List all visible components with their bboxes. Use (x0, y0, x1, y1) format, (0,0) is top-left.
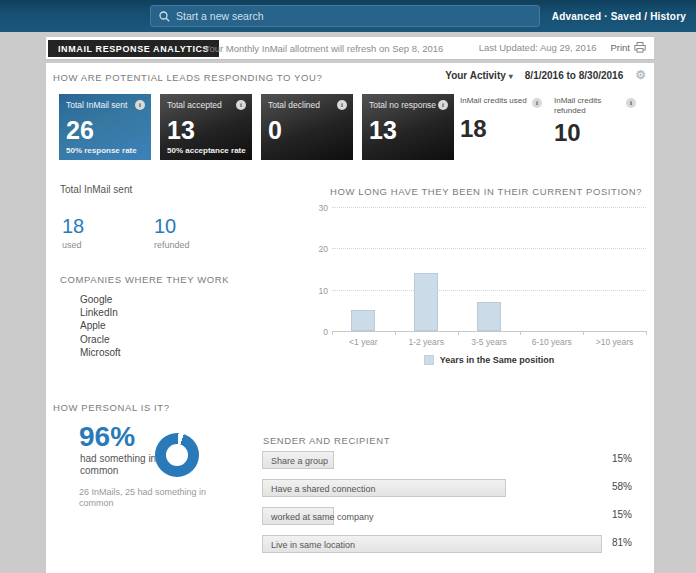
search-input[interactable]: Start a new search (150, 5, 540, 27)
printer-icon (634, 42, 646, 53)
legend-label: Years in the Same position (440, 355, 555, 365)
total-sent-heading: Total InMail sent (60, 184, 132, 195)
personal-heading: HOW PERSONAL IS IT? (53, 402, 170, 413)
sender-recipient-row: Share a group15% (262, 451, 646, 469)
credits-used-block: InMail credits used 18 (460, 96, 532, 143)
your-activity-dropdown[interactable]: Your Activity▾ (445, 70, 513, 81)
allotment-note: Your Monthly InMail allotment will refre… (204, 43, 443, 54)
your-activity-label: Your Activity (445, 70, 506, 81)
info-icon[interactable]: i (236, 100, 246, 110)
info-icon[interactable]: i (438, 100, 448, 110)
card-total-inmail-sent: Total InMail sent i 26 50% response rate (59, 94, 151, 160)
nav-links-advanced-saved-history[interactable]: Advanced · Saved / History (552, 0, 686, 32)
x-axis-tick (395, 331, 396, 335)
chart-gridline (332, 248, 646, 249)
credits-used-value: 18 (460, 115, 532, 143)
main-panel: HOW ARE POTENTIAL LEADS RESPONDING TO YO… (46, 63, 654, 573)
card-value: 13 (167, 116, 195, 145)
sender-recipient-bar-label: Have a shared connection (271, 484, 376, 494)
y-axis-tick-label: 30 (310, 203, 328, 213)
search-icon (159, 11, 170, 22)
header-bar: INMAIL RESPONSE ANALYTICS Your Monthly I… (46, 37, 654, 60)
credits-refunded-value: 10 (554, 119, 608, 147)
card-value: 26 (66, 116, 94, 145)
sender-recipient-bar-label: worked at same company (271, 512, 374, 522)
company-list-item: Google (80, 293, 121, 306)
card-value: 13 (369, 116, 397, 145)
date-range-control[interactable]: 8/1/2016 to 8/30/2016 (525, 70, 623, 81)
x-axis-tick-label: 3-5 years (459, 337, 519, 347)
x-axis-tick (646, 331, 647, 335)
credits-used-label: InMail credits used (460, 96, 532, 106)
sender-recipient-percent: 15% (612, 453, 632, 464)
company-list-item: Microsoft (80, 346, 121, 359)
companies-list: GoogleLinkedInAppleOracleMicrosoft (80, 293, 121, 359)
card-label: Total InMail sent (66, 100, 127, 110)
total-sent-refunded: 10 refunded (154, 215, 190, 250)
chart-baseline (332, 331, 646, 332)
x-axis-tick (583, 331, 584, 335)
credits-refunded-label: InMail credits refunded (554, 96, 608, 115)
chart-bar (477, 302, 501, 331)
sender-recipient-row: Live in same location81% (262, 535, 646, 553)
search-placeholder: Start a new search (176, 10, 264, 22)
card-label: Total no response (369, 100, 436, 110)
position-chart: 3020100<1 year1-2 years3-5 years6-10 yea… (310, 195, 646, 375)
sender-recipient-bar-label: Share a group (271, 456, 328, 466)
chart-gridline (332, 207, 646, 208)
y-axis-tick-label: 10 (310, 286, 328, 296)
personal-donut-chart (155, 433, 199, 477)
personal-percent: 96% (79, 421, 135, 453)
card-label: Total declined (268, 100, 320, 110)
company-list-item: Oracle (80, 333, 121, 346)
y-axis-tick-label: 0 (310, 327, 328, 337)
chevron-down-icon: ▾ (509, 72, 513, 81)
card-sublabel: 50% acceptance rate (167, 146, 246, 155)
sender-recipient-bar: worked at same company (262, 507, 334, 525)
used-label: used (62, 240, 84, 250)
info-icon[interactable]: i (337, 100, 347, 110)
y-axis-tick-label: 20 (310, 244, 328, 254)
sender-recipient-bar: Have a shared connection (262, 479, 506, 497)
sender-recipient-percent: 15% (612, 509, 632, 520)
sender-recipient-bar-label: Live in same location (271, 540, 355, 550)
sender-recipient-row: worked at same company15% (262, 507, 646, 525)
top-navbar: Start a new search Advanced · Saved / Hi… (0, 0, 696, 32)
sender-recipient-percent: 81% (612, 537, 632, 548)
page-title-badge: INMAIL RESPONSE ANALYTICS (48, 40, 219, 57)
used-value: 18 (62, 215, 84, 238)
card-total-declined: Total declined i 0 (261, 94, 353, 160)
x-axis-tick (520, 331, 521, 335)
refunded-value: 10 (154, 215, 190, 238)
x-axis-tick-label: >10 years (585, 337, 645, 347)
last-updated-text: Last Updated: Aug 29, 2016 (479, 42, 597, 53)
card-total-accepted: Total accepted i 13 50% acceptance rate (160, 94, 252, 160)
sender-recipient-bar: Live in same location (262, 535, 602, 553)
total-sent-used: 18 used (62, 215, 84, 250)
gear-icon[interactable]: ⚙ (635, 69, 646, 81)
chart-legend: Years in the Same position (332, 355, 646, 365)
print-button[interactable]: Print (610, 42, 646, 53)
x-axis-tick-label: 1-2 years (396, 337, 456, 347)
x-axis-tick (332, 331, 333, 335)
leads-responding-heading: HOW ARE POTENTIAL LEADS RESPONDING TO YO… (53, 72, 322, 83)
sender-recipient-heading: SENDER AND RECIPIENT (263, 435, 390, 446)
info-icon[interactable]: i (532, 98, 542, 108)
company-list-item: LinkedIn (80, 306, 121, 319)
sender-recipient-rows: Share a group15%Have a shared connection… (262, 451, 646, 563)
card-label: Total accepted (167, 100, 222, 110)
chart-bar (351, 310, 375, 331)
credits-refunded-block: InMail credits refunded 10 (554, 96, 608, 147)
donut-hole (166, 444, 188, 466)
card-total-no-response: Total no response i 13 (362, 94, 454, 160)
legend-swatch (424, 355, 434, 365)
sender-recipient-percent: 58% (612, 481, 632, 492)
info-icon[interactable]: i (135, 100, 145, 110)
refunded-label: refunded (154, 240, 190, 250)
x-axis-tick-label: <1 year (333, 337, 393, 347)
companies-heading: COMPANIES WHERE THEY WORK (60, 274, 229, 285)
sender-recipient-row: Have a shared connection58% (262, 479, 646, 497)
chart-gridline (332, 290, 646, 291)
info-icon[interactable]: i (626, 98, 636, 108)
chart-bar (414, 273, 438, 331)
